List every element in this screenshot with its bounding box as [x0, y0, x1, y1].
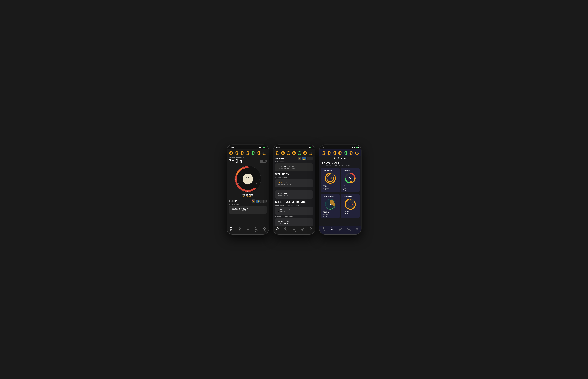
days-strip-2: Wed Thu Fri	[273, 149, 315, 156]
day-tue-2[interactable]: Tue	[309, 149, 312, 155]
day-wed-3[interactable]: Wed	[322, 149, 326, 155]
svg-text:12: 12	[333, 207, 334, 208]
day-wed-2[interactable]: Wed	[276, 149, 279, 155]
plus-minus-btn-1[interactable]: − +	[260, 200, 267, 203]
day-tue-3[interactable]: Tue	[355, 149, 359, 155]
nav-siri-2[interactable]: Siri	[281, 227, 290, 232]
nav-clock-1[interactable]: Clock	[227, 227, 235, 232]
svg-text:18: 18	[326, 207, 327, 208]
plus-btn-2[interactable]: +	[310, 157, 313, 160]
svg-text:SLEEP: SLEEP	[246, 179, 249, 181]
day-thu-3[interactable]: Thu	[327, 149, 331, 155]
latest-bedtime-card[interactable]: Latest Bedtime 23 0	[321, 194, 340, 218]
nav-siri-3[interactable]: Siri	[328, 227, 336, 232]
clock-face-svg: 12 3 6 9 11 10 8 7 5 4 2	[233, 164, 262, 193]
status-time-3: 10:22	[322, 146, 326, 148]
consistency-label: SLEEP/WAKE CONSISTENCY TREND	[273, 204, 315, 206]
chevron-right-readiness: ›	[310, 182, 311, 184]
nav-settings-1[interactable]: Settings	[260, 227, 269, 232]
nav-settings-2[interactable]: Settings	[307, 227, 315, 232]
nav-clock-3[interactable]: Clock	[319, 227, 328, 232]
plus-minus-btn-2[interactable]: − +	[307, 157, 313, 160]
phone-1: 10:21 ▲ Wed	[227, 145, 269, 235]
edit-icon-btn-1[interactable]: ✏️	[251, 200, 255, 203]
day-sat-2[interactable]: Sat	[292, 149, 296, 155]
readiness-card[interactable]: Readiness	[341, 168, 360, 192]
svg-point-74	[310, 153, 311, 154]
moon-icon-1[interactable]: 🌙	[256, 200, 260, 203]
day-fri-3[interactable]: Fri	[333, 149, 337, 155]
chevron-right-efficiency: ›	[310, 221, 311, 223]
battery-icon-1	[263, 147, 266, 148]
consistency-row[interactable]: 🛏 79m later bedtime 🛏 162m later waketim…	[275, 207, 313, 215]
settings-icon-1	[263, 227, 266, 230]
session-row-2[interactable]: 12:45 AM - 7:45 AM Asleep 7h 0m 100% eff…	[275, 163, 313, 171]
days-strip-3: Wed Thu Fri	[319, 149, 361, 156]
sleepbank-value: 5.1% Debt	[279, 193, 309, 195]
nav-label-clock-3: Clock	[322, 230, 325, 232]
day-thu-1[interactable]: Thu	[235, 149, 239, 155]
sleep-controls-2: ✏️ 🌙 − +	[298, 157, 313, 160]
nav-dayedit-2[interactable]: Day/Edit	[298, 227, 307, 232]
day-sun-3[interactable]: Sun	[344, 149, 348, 155]
phones-container: 10:21 ▲ Wed	[227, 145, 361, 235]
svg-rect-83	[301, 228, 303, 229]
day-tue-1[interactable]: Tue	[262, 149, 266, 155]
svg-text:%: %	[330, 179, 331, 181]
nav-dayedit-3[interactable]: Day/Edit	[344, 227, 353, 232]
svg-point-43	[238, 227, 240, 230]
share-icon[interactable]: ⬆	[265, 160, 267, 163]
sleep-controls-1: ✏️ 🌙 − +	[251, 200, 267, 203]
time-asleep-card[interactable]: Time Asleep 🌙	[321, 168, 340, 192]
siri-page-title-container: Siri Shortcuts	[319, 156, 361, 160]
sleepbank-balance: Balance 7h 35m	[279, 195, 309, 196]
siri-page-title: Siri Shortcuts	[334, 157, 346, 159]
nav-history-3[interactable]: History	[336, 227, 344, 232]
day-thu-2[interactable]: Thu	[281, 149, 285, 155]
time-asleep-visual: 🌙 %	[323, 172, 338, 184]
shortcuts-main-title: SHORTCUTS	[322, 161, 359, 164]
day-sat-3[interactable]: Sat	[338, 149, 342, 155]
day-wed-1[interactable]: Wed	[229, 149, 233, 155]
day-fri-1[interactable]: Fri	[240, 149, 244, 155]
not-worn-sub[interactable]: NOT WORN ›	[227, 196, 269, 198]
dayedit-icon-1	[255, 227, 258, 230]
consistency-line2: 🛏 162m later waketime	[279, 211, 309, 213]
nav-dayedit-1[interactable]: Day/Edit	[252, 227, 260, 232]
efficiency-row[interactable]: Improved 17.5% 7 Days Avg. 98% ›	[275, 218, 313, 226]
signal-bar-4	[260, 147, 261, 148]
day-ring-sat-1	[246, 151, 250, 155]
readiness-row[interactable]: ★★★☆☆ Readiness Score: 88 ›	[275, 179, 313, 188]
day-fri-2[interactable]: Fri	[287, 149, 291, 155]
day-mon-1[interactable]: Mon	[257, 149, 261, 155]
day-sun-1[interactable]: Sun	[251, 149, 255, 155]
settings-icon-2	[309, 227, 312, 230]
sleep-rings-card[interactable]: Sleep Rings	[341, 194, 360, 218]
svg-point-44	[239, 229, 240, 229]
status-icons-1: ▲	[259, 147, 266, 148]
sleepbank-row[interactable]: 5.1% Debt Balance 7h 35m ›	[275, 190, 313, 199]
plus-btn-1[interactable]: +	[263, 200, 266, 203]
day-sat-1[interactable]: Sat	[246, 149, 250, 155]
nav-settings-3[interactable]: Settings	[353, 227, 361, 232]
day-mon-3[interactable]: Mon	[349, 149, 353, 155]
moon-icon-2[interactable]: 🌙	[302, 157, 306, 160]
minus-btn-1[interactable]: −	[261, 200, 263, 203]
nav-history-2[interactable]: History	[290, 227, 298, 232]
edit-icon-btn-2[interactable]: ✏️	[298, 157, 301, 160]
nav-label-history-1: History	[246, 230, 250, 232]
day-mon-2[interactable]: Mon	[303, 149, 307, 155]
day-sun-2[interactable]: Sun	[297, 149, 301, 155]
session-row-1[interactable]: 12:45 AM - 7:45 AM Asleep 7h 0m 100% eff…	[229, 206, 267, 214]
format-12[interactable]: 12	[260, 160, 263, 162]
minus-btn-2[interactable]: −	[307, 157, 310, 160]
nav-label-siri-3: Siri	[331, 230, 333, 232]
svg-rect-49	[255, 228, 257, 229]
nav-clock-2[interactable]: Clock	[273, 227, 281, 232]
nav-history-1[interactable]: History	[244, 227, 252, 232]
day-ring-wed-2	[276, 151, 279, 155]
shortcuts-header: SHORTCUTS Touch a Shortcut to setup Siri…	[319, 160, 361, 168]
efficiency-line2: 7 Days Avg. 98%	[279, 222, 309, 224]
nav-siri-1[interactable]: Siri	[235, 227, 244, 232]
date-header-1: TUESDAY, DECEMBER 18	[227, 156, 269, 158]
